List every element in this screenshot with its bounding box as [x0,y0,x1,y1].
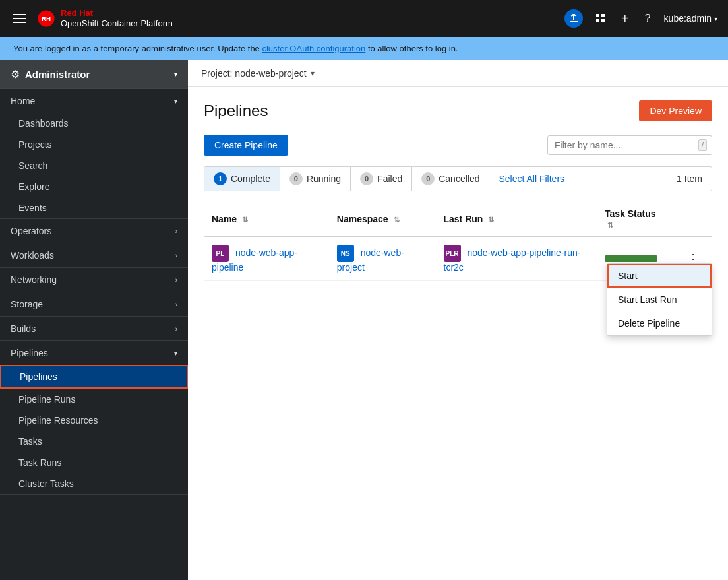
brand-logo-area: RH Red Hat OpenShift Container Platform [37,8,173,28]
nav-icons-area: + ? kube:admin ▾ [564,9,717,29]
add-button[interactable]: + [619,9,632,29]
content-area: Project: node-web-project ▾ Pipelines De… [188,60,728,580]
oauth-config-link[interactable]: cluster OAuth configuration [262,44,365,53]
sidebar-admin-switcher[interactable]: ⚙ Administrator ▾ [0,60,188,89]
sidebar-item-tasks[interactable]: Tasks [0,431,188,452]
sidebar-item-dashboards[interactable]: Dashboards [0,113,188,134]
sidebar-builds-label: Builds [11,323,36,334]
sidebar-item-task-runs[interactable]: Task Runs [0,452,188,473]
info-banner: You are logged in as a temporary adminis… [0,37,728,60]
sidebar-section-pipelines-header[interactable]: Pipelines ▾ [0,341,188,365]
sidebar-home-chevron: ▾ [174,98,177,105]
hamburger-icon [13,14,26,23]
sidebar-item-projects[interactable]: Projects [0,134,188,155]
info-banner-text: You are logged in as a temporary adminis… [13,44,262,53]
sidebar-builds-chevron: › [175,325,177,333]
sidebar-section-operators: Operators › [0,219,188,243]
failed-count: 0 [360,172,373,185]
top-navigation: RH Red Hat OpenShift Container Platform … [0,0,728,37]
pipelines-table: Name ⇅ Namespace ⇅ Last Run ⇅ Task Sta [204,202,712,281]
sidebar-item-pipeline-resources[interactable]: Pipeline Resources [0,410,188,431]
sidebar-item-explore[interactable]: Explore [0,176,188,197]
col-header-task-status: Task Status ⇅ [597,202,674,237]
plr-badge: PLR [444,245,461,262]
filter-tabs: 1 Complete 0 Running 0 Failed 0 Cancelle… [204,166,712,191]
filter-by-name-input[interactable] [547,135,712,155]
sidebar-workloads-chevron: › [175,252,177,259]
dropdown-item-start[interactable]: Start [607,264,712,288]
sidebar-section-networking: Networking › [0,268,188,292]
project-selector[interactable]: Project: node-web-project ▾ [201,68,315,79]
filter-tab-complete[interactable]: 1 Complete [204,167,280,191]
running-label: Running [307,174,341,184]
info-banner-text-after: to allow others to log in. [365,44,458,53]
filter-tab-running[interactable]: 0 Running [280,167,351,191]
kebab-dropdown-menu: Start Start Last Run Delete Pipeline [607,263,712,336]
brand-redhat: Red Hat [61,8,173,18]
page-title: Pipelines [204,102,639,120]
sidebar-section-workloads-header[interactable]: Workloads › [0,243,188,267]
page-content: Pipelines Dev Preview Create Pipeline / … [188,87,728,580]
col-header-last-run: Last Run ⇅ [436,202,597,237]
brand-ocp: OpenShift Container Platform [61,18,173,29]
sidebar-item-pipelines[interactable]: Pipelines [0,365,188,389]
sidebar-item-events[interactable]: Events [0,197,188,218]
sidebar-section-workloads: Workloads › [0,243,188,268]
brand-text: Red Hat OpenShift Container Platform [61,8,173,28]
filter-input-container: / [547,135,712,155]
project-header: Project: node-web-project ▾ [188,60,728,87]
sidebar-storage-chevron: › [175,301,177,308]
sidebar-section-home-header[interactable]: Home ▾ [0,89,188,113]
sidebar-item-search[interactable]: Search [0,155,188,176]
sidebar-section-storage: Storage › [0,292,188,317]
grid-icon [596,14,605,23]
filter-tab-failed[interactable]: 0 Failed [351,167,412,191]
sidebar-pipelines-section-label: Pipelines [11,348,48,358]
username: kube:admin [664,13,712,24]
hamburger-menu-button[interactable] [11,11,29,26]
table-header-row: Name ⇅ Namespace ⇅ Last Run ⇅ Task Sta [204,202,712,237]
col-header-actions [674,202,712,237]
upload-button[interactable] [564,9,583,28]
sidebar: ⚙ Administrator ▾ Home ▾ Dashboards Proj… [0,60,188,580]
user-menu[interactable]: kube:admin ▾ [664,13,717,24]
col-header-namespace: Namespace ⇅ [329,202,436,237]
name-sort-icon[interactable]: ⇅ [242,216,248,224]
items-count: 1 Item [667,168,712,189]
create-pipeline-button[interactable]: Create Pipeline [204,135,288,156]
pipeline-name-cell: PL node-web-app-pipeline [204,237,329,281]
last-run-sort-icon[interactable]: ⇅ [488,216,494,224]
dev-preview-button[interactable]: Dev Preview [639,100,712,121]
cancelled-label: Cancelled [439,174,479,184]
sidebar-section-home: Home ▾ Dashboards Projects Search Explor… [0,89,188,219]
sidebar-section-home-label: Home [11,96,35,106]
sidebar-section-pipelines: Pipelines ▾ Pipelines Pipeline Runs Pipe… [0,341,188,495]
dropdown-item-start-last-run[interactable]: Start Last Run [607,288,712,311]
task-status-sort-icon[interactable]: ⇅ [607,221,613,229]
last-run-link[interactable]: node-web-app-pipeline-run-tcr2c [444,247,581,273]
sidebar-section-operators-header[interactable]: Operators › [0,219,188,243]
col-header-name: Name ⇅ [204,202,329,237]
namespace-sort-icon[interactable]: ⇅ [394,216,400,224]
sidebar-item-cluster-tasks[interactable]: Cluster Tasks [0,473,188,494]
sidebar-networking-label: Networking [11,274,57,285]
user-menu-chevron: ▾ [714,15,717,22]
sidebar-section-builds-header[interactable]: Builds › [0,317,188,340]
status-bar-green [605,255,657,262]
failed-label: Failed [377,174,402,184]
namespace-cell: NS node-web-project [329,237,436,281]
sidebar-pipelines-chevron: ▾ [174,350,177,357]
filter-tab-cancelled[interactable]: 0 Cancelled [412,167,489,191]
help-button[interactable]: ? [642,10,653,27]
sidebar-storage-label: Storage [11,299,43,309]
sidebar-section-networking-header[interactable]: Networking › [0,268,188,292]
project-label: Project: node-web-project [201,68,307,79]
grid-menu-button[interactable] [593,11,608,26]
select-all-filters-button[interactable]: Select All Filters [489,168,574,189]
sidebar-operators-label: Operators [11,226,51,236]
redhat-logo: RH [37,9,55,28]
complete-label: Complete [231,174,270,184]
sidebar-section-storage-header[interactable]: Storage › [0,292,188,316]
sidebar-item-pipeline-runs[interactable]: Pipeline Runs [0,389,188,410]
dropdown-item-delete-pipeline[interactable]: Delete Pipeline [607,311,712,335]
